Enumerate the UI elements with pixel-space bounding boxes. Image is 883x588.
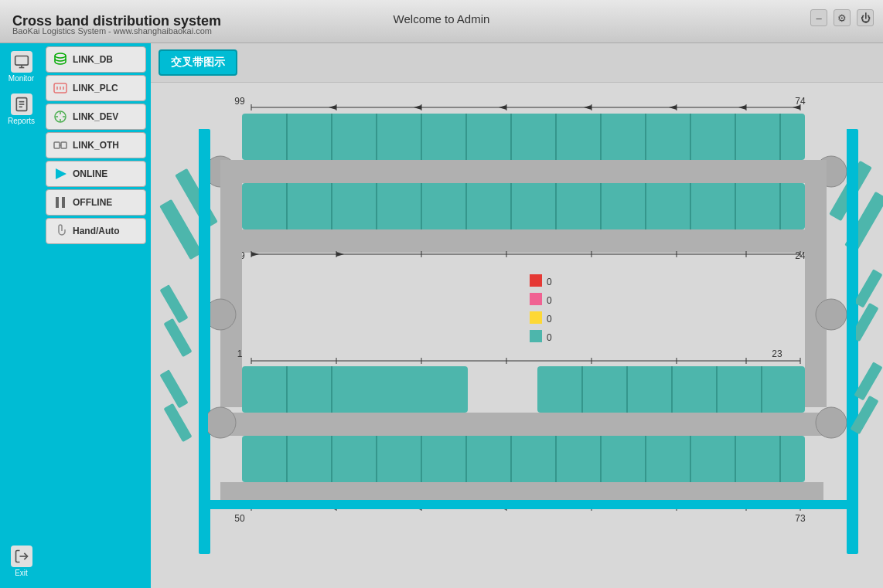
welcome-text: Welcome to Admin — [394, 12, 490, 25]
svg-rect-154 — [163, 403, 192, 442]
svg-text:50: 50 — [234, 513, 245, 524]
online-label: ONLINE — [73, 168, 107, 179]
db-icon — [53, 52, 68, 67]
svg-point-92 — [816, 299, 847, 330]
settings-button[interactable]: ⚙ — [834, 9, 851, 26]
svg-rect-153 — [159, 369, 188, 408]
play-icon — [53, 166, 68, 182]
svg-text:0: 0 — [547, 277, 552, 287]
svg-rect-122 — [242, 436, 805, 482]
offline-label: OFFLINE — [73, 197, 112, 208]
svg-text:0: 0 — [547, 314, 552, 325]
svg-marker-37 — [499, 105, 506, 110]
link-dev-button[interactable]: LINK_DEV — [46, 104, 146, 130]
svg-marker-21 — [56, 168, 66, 179]
svg-rect-113 — [537, 366, 805, 413]
link-db-label: LINK_DB — [73, 54, 113, 65]
svg-text:1: 1 — [237, 348, 243, 359]
svg-text:23: 23 — [772, 348, 782, 359]
power-button[interactable]: ⏻ — [857, 9, 874, 26]
sidebar: Monitor Reports — [0, 43, 43, 588]
pause-icon — [53, 195, 68, 210]
svg-rect-163 — [530, 330, 542, 342]
svg-marker-39 — [669, 105, 677, 110]
link-oth-label: LINK_OTH — [73, 140, 119, 151]
link-db-button[interactable]: LINK_DB — [46, 46, 146, 73]
diagram-container: 99 74 — [151, 83, 883, 588]
svg-marker-36 — [414, 105, 421, 110]
svg-point-120 — [205, 407, 236, 438]
dev-icon — [53, 109, 68, 124]
svg-rect-159 — [530, 293, 542, 305]
subtitle: BaoKai Logistics System - www.shanghaiba… — [0, 26, 212, 36]
link-oth-button[interactable]: LINK_OTH — [46, 132, 146, 158]
main-layout: Monitor Reports — [0, 43, 883, 588]
svg-rect-0 — [15, 56, 28, 66]
link-dev-label: LINK_DEV — [73, 111, 118, 122]
svg-text:0: 0 — [547, 295, 552, 306]
svg-rect-95 — [159, 284, 188, 323]
oth-icon — [53, 138, 68, 153]
svg-rect-150 — [199, 500, 856, 509]
svg-rect-62 — [242, 183, 805, 229]
titlebar-controls: – ⚙ ⏻ — [810, 9, 874, 26]
svg-rect-161 — [530, 311, 542, 324]
button-bar: 交叉带图示 — [151, 43, 883, 83]
nav-buttons: LINK_DB LINK_PLC — [43, 43, 151, 588]
monitor-icon — [11, 51, 32, 73]
svg-rect-89 — [220, 160, 242, 407]
link-plc-label: LINK_PLC — [73, 83, 118, 93]
svg-rect-110 — [242, 366, 468, 413]
sidebar-item-exit[interactable]: Exit — [2, 541, 41, 582]
minimize-button[interactable]: – — [810, 9, 827, 26]
svg-rect-22 — [56, 197, 59, 208]
titlebar: Cross band distribution system BaoKai Lo… — [0, 0, 883, 43]
svg-rect-97 — [854, 269, 882, 308]
monitor-label: Monitor — [9, 74, 34, 83]
online-button[interactable]: ONLINE — [46, 161, 146, 187]
svg-point-121 — [816, 407, 847, 438]
plc-icon — [53, 80, 68, 96]
svg-text:99: 99 — [234, 96, 245, 107]
reports-label: Reports — [8, 117, 35, 125]
hand-auto-button[interactable]: Hand/Auto — [46, 218, 146, 244]
svg-rect-75 — [220, 229, 823, 253]
exit-label: Exit — [15, 569, 28, 577]
svg-rect-19 — [61, 142, 66, 148]
svg-rect-90 — [805, 160, 827, 407]
svg-rect-119 — [220, 413, 823, 436]
svg-point-8 — [55, 53, 66, 58]
svg-marker-35 — [329, 105, 336, 110]
canvas-area: 99 74 — [151, 83, 883, 588]
exit-icon — [11, 546, 32, 567]
svg-rect-42 — [242, 114, 805, 160]
svg-marker-40 — [738, 105, 746, 110]
sidebar-item-monitor[interactable]: Monitor — [2, 46, 41, 87]
svg-rect-23 — [62, 197, 65, 208]
svg-rect-152 — [847, 129, 856, 508]
offline-button[interactable]: OFFLINE — [46, 189, 146, 216]
svg-text:0: 0 — [547, 332, 552, 343]
svg-text:73: 73 — [795, 513, 806, 524]
diagram-button[interactable]: 交叉带图示 — [159, 49, 237, 76]
right-panel: 交叉带图示 99 74 — [151, 43, 883, 588]
svg-rect-18 — [54, 142, 60, 148]
hand-auto-label: Hand/Auto — [73, 226, 120, 236]
svg-rect-55 — [220, 160, 823, 183]
hand-icon — [53, 223, 68, 239]
svg-rect-151 — [199, 129, 208, 508]
svg-rect-155 — [854, 362, 882, 400]
reports-icon — [11, 93, 32, 115]
sidebar-item-reports[interactable]: Reports — [2, 89, 41, 130]
cross-band-diagram: 99 74 — [151, 83, 883, 588]
svg-rect-96 — [163, 318, 192, 357]
svg-rect-157 — [530, 274, 542, 287]
link-plc-button[interactable]: LINK_PLC — [46, 75, 146, 101]
svg-marker-38 — [584, 105, 592, 110]
